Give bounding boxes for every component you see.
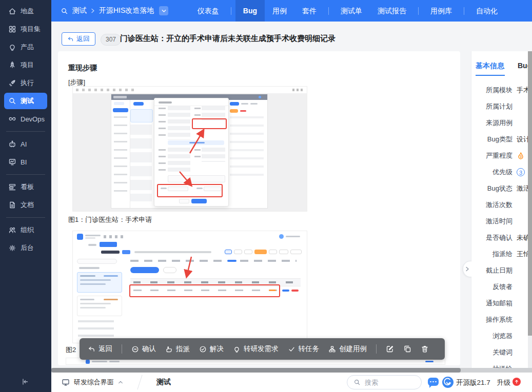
toolbar-create-case-button[interactable]: 创建用例 [328, 344, 367, 354]
tab-caselib[interactable]: 用例库 [423, 0, 460, 22]
tab-suite[interactable]: 套件 [294, 0, 324, 22]
field-label: 优先级 [476, 168, 513, 177]
sidebar-item-ai[interactable]: AI [4, 136, 47, 152]
bottom-bar: 研发综合界面 测试 开源版21.7 升级 [51, 373, 532, 392]
chat-icon[interactable] [428, 378, 439, 386]
gear-icon [8, 244, 16, 252]
arrow-up-icon [514, 379, 519, 384]
upgrade-badge-icon[interactable] [513, 378, 521, 386]
horizontal-scrollbar-thumb[interactable] [51, 368, 461, 373]
sidebar-divider [6, 131, 45, 132]
check-icon [288, 345, 295, 353]
robot-icon [8, 140, 16, 148]
zentao-logo[interactable] [442, 376, 454, 390]
red-arrows [73, 87, 307, 211]
current-module-label: 测试 [156, 378, 171, 387]
toolbar-confirm-button[interactable]: OK 确认 [131, 344, 156, 354]
workspace-switcher[interactable]: 研发综合界面 [62, 378, 123, 387]
search-input[interactable] [364, 378, 412, 387]
embedded-screenshot-2[interactable] [72, 231, 307, 343]
toolbar-to-task-button[interactable]: 转任务 [288, 344, 320, 354]
sidebar-collapse-button[interactable] [22, 378, 29, 387]
sidebar-item-label: 测试 [21, 96, 34, 106]
sidebar-item-label: 地盘 [21, 7, 34, 16]
sidebar-item-product[interactable]: 产品 [4, 39, 47, 55]
hand-pointer-icon [165, 345, 173, 353]
toolbar-divider [376, 344, 377, 354]
field-label: 所属计划 [476, 102, 513, 111]
toolbar-label: 解决 [210, 344, 224, 354]
global-search[interactable] [347, 375, 422, 389]
field-rows: 所属模块手术 所属计划 来源用例 Bug类型设计 严重程度 3 优先级3 Bug… [471, 82, 532, 368]
collapse-left-icon [22, 378, 29, 385]
sidebar-item-kanban[interactable]: 看板 [4, 179, 47, 195]
search-icon [8, 97, 16, 105]
sidebar-item-org[interactable]: 组织 [4, 222, 47, 238]
chevron-up-icon [118, 380, 123, 384]
toolbar-to-story-button[interactable]: 转研发需求 [233, 344, 279, 354]
tab-testtask[interactable]: 测试单 [333, 0, 370, 22]
sidebar-item-label: AI [21, 140, 27, 148]
tab-case[interactable]: 用例 [265, 0, 294, 22]
back-button-label: 返回 [76, 34, 90, 44]
sidebar-item-project[interactable]: 项目 [4, 57, 47, 73]
chevron-down-icon [162, 9, 166, 13]
tab-bug[interactable]: Bug [235, 0, 265, 22]
tab-basic-info[interactable]: 基本信息 [476, 61, 504, 71]
users-icon [8, 226, 16, 234]
toolbar-divider [122, 344, 122, 354]
tab-automation[interactable]: 自动化 [468, 0, 505, 22]
panel-collapse-button[interactable] [463, 261, 471, 277]
components-icon [328, 345, 336, 353]
edit-button[interactable] [386, 345, 394, 353]
vertical-scrollbar-thumb[interactable] [528, 51, 532, 336]
sidebar-item-label: 项目 [21, 60, 34, 70]
sidebar-item-program[interactable]: 项目集 [4, 21, 47, 37]
trash-icon [421, 345, 429, 353]
back-arrow-icon [67, 36, 74, 43]
sidebar-item-label: 后台 [21, 243, 34, 253]
embedded-screenshot-1[interactable] [72, 86, 307, 212]
sidebar-item-testing[interactable]: 测试 [4, 93, 47, 109]
infinity-icon [8, 115, 16, 123]
sidebar-item-devops[interactable]: DevOps [4, 111, 47, 127]
bug-detail-card: 重现步骤 [步骤] [58, 51, 460, 365]
sidebar-item-bi[interactable]: BI [4, 154, 47, 170]
edit-icon [386, 345, 394, 353]
svg-text:3: 3 [520, 154, 522, 159]
back-arrow-icon [88, 345, 95, 353]
sidebar-item-admin[interactable]: 后台 [4, 240, 47, 256]
project-dropdown-button[interactable] [159, 6, 168, 15]
logo-icon [442, 376, 454, 388]
breadcrumb-app[interactable]: 测试 [72, 6, 87, 15]
tab-testreport[interactable]: 测试报告 [370, 0, 414, 22]
lightbulb-icon [233, 345, 241, 353]
back-button[interactable]: 返回 [62, 32, 95, 46]
workspace-label: 研发综合界面 [74, 378, 114, 387]
field-label: Bug状态 [476, 184, 513, 193]
sidebar-item-execution[interactable]: 执行 [4, 75, 47, 91]
horizontal-scrollbar [51, 368, 532, 373]
sidebar-item-doc[interactable]: 文档 [4, 197, 47, 213]
menu-divider [418, 7, 419, 15]
chart-icon [8, 158, 16, 166]
toolbar-back-button[interactable]: 返回 [88, 344, 112, 354]
toolbar-label: 创建用例 [339, 344, 367, 354]
monitor-icon [62, 378, 70, 386]
toolbar-assign-button[interactable]: 指派 [165, 344, 190, 354]
field-label: 是否确认 [476, 233, 513, 242]
delete-button[interactable] [421, 345, 429, 353]
grid-icon [8, 25, 16, 33]
red-arrow [73, 231, 307, 343]
breadcrumb-project[interactable]: 开源HIS改造落地 [99, 6, 154, 15]
toolbar-label: 确认 [142, 344, 156, 354]
toolbar-label: 转任务 [299, 344, 320, 354]
sidebar-item-home[interactable]: 地盘 [4, 3, 47, 19]
tab-dashboard[interactable]: 仪表盘 [190, 0, 227, 22]
kanban-icon [8, 183, 16, 191]
toolbar-resolve-button[interactable]: 解决 [199, 344, 224, 354]
copy-button[interactable] [403, 345, 411, 353]
separator [137, 375, 142, 390]
upgrade-link[interactable]: 升级 [497, 378, 510, 387]
document-icon [8, 201, 16, 209]
